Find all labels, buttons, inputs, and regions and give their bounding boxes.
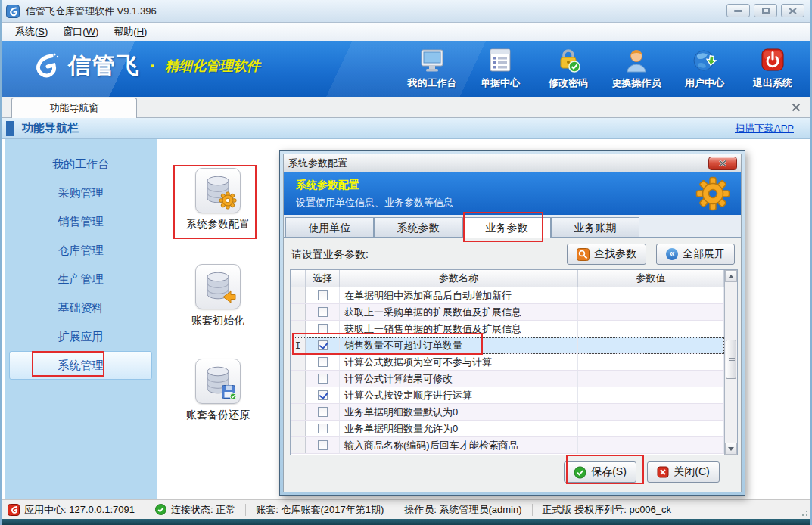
- table-row[interactable]: 获取上一采购单据的扩展数值及扩展信息: [291, 304, 724, 321]
- minimize-icon: [734, 10, 742, 12]
- row-checkbox[interactable]: [318, 324, 328, 334]
- toolbar-document-center[interactable]: 单据中心: [471, 47, 529, 90]
- table-row[interactable]: 输入商品名称(编码)后回车才能检索商品: [291, 437, 724, 454]
- nav-sidebar: 我的工作台 采购管理 销售管理 仓库管理 生产管理 基础资料 扩展应用 系统管理: [5, 139, 157, 501]
- row-gutter: [291, 287, 306, 303]
- tab-function-navigator[interactable]: 功能导航窗: [11, 98, 137, 118]
- menu-system[interactable]: 系统(S): [8, 23, 55, 40]
- module-column: 系统参数配置 账套初始化: [157, 139, 278, 501]
- toolbar-exit-system[interactable]: 退出系统: [744, 47, 801, 90]
- app-logo-red-icon: [8, 504, 20, 516]
- row-gutter: [291, 437, 306, 453]
- table-row[interactable]: 在单据明细中添加商品后自动增加新行: [291, 287, 724, 304]
- dialog-title-bar: 系统参数配置: [284, 154, 741, 172]
- row-checkbox[interactable]: [318, 307, 328, 317]
- module-system-params[interactable]: 系统参数配置: [157, 168, 278, 231]
- param-name: 输入商品名称(编码)后回车才能检索商品: [340, 437, 578, 453]
- param-value[interactable]: [578, 304, 724, 320]
- close-button[interactable]: [781, 4, 804, 17]
- scroll-up-arrow[interactable]: [725, 270, 737, 282]
- resize-grip[interactable]: [799, 508, 808, 517]
- tab-system-params[interactable]: 系统参数: [374, 217, 462, 238]
- sidebar-item-production[interactable]: 生产管理: [9, 265, 152, 294]
- table-row[interactable]: 计算公式计算结果可修改: [291, 371, 724, 387]
- toolbar-change-password[interactable]: 修改密码: [540, 47, 597, 90]
- sidebar-item-extensions[interactable]: 扩展应用: [9, 322, 152, 351]
- sidebar-item-warehouse[interactable]: 仓库管理: [9, 236, 152, 265]
- module-account-init[interactable]: 账套初始化: [157, 264, 278, 328]
- scroll-down-arrow[interactable]: [725, 443, 737, 455]
- menu-help[interactable]: 帮助(H): [106, 23, 154, 40]
- toolbar-my-workspace[interactable]: 我的工作台: [403, 47, 461, 90]
- param-value[interactable]: [578, 421, 724, 436]
- row-checkbox[interactable]: [318, 340, 328, 350]
- param-value[interactable]: [578, 287, 724, 303]
- minimize-button[interactable]: [726, 4, 750, 17]
- param-value[interactable]: [578, 387, 724, 403]
- table-row[interactable]: 业务单据明细数量允许为0: [291, 421, 724, 437]
- close-x-icon: [657, 466, 669, 478]
- system-params-dialog: 系统参数配置 系统参数配置 设置使用单位信息、业务参数等信息: [279, 150, 745, 496]
- table-row[interactable]: 计算公式数据项为空可不参与计算: [291, 354, 724, 371]
- row-checkbox[interactable]: [318, 440, 328, 450]
- globe-icon: [691, 47, 718, 74]
- brand-separator: ·: [150, 55, 156, 76]
- param-value[interactable]: [578, 404, 724, 420]
- dialog-title: 系统参数配置: [288, 157, 347, 170]
- param-value[interactable]: [578, 354, 724, 370]
- nav-title: 功能导航栏: [22, 121, 79, 135]
- save-button[interactable]: 保存(S): [564, 461, 636, 483]
- dialog-banner: 系统参数配置 设置使用单位信息、业务参数等信息: [284, 172, 741, 215]
- status-separator: [145, 504, 145, 516]
- toolbar-user-center[interactable]: 用户中心: [676, 47, 733, 90]
- row-checkbox[interactable]: [318, 390, 328, 400]
- sidebar-item-basic-data[interactable]: 基础资料: [9, 294, 152, 322]
- table-body: 在单据明细中添加商品后自动增加新行 获取上一采购单据的扩展数值及扩展信息: [291, 287, 724, 455]
- status-license: 正式版 授权序列号: pc006_ck: [543, 503, 672, 517]
- menu-window[interactable]: 窗口(W): [55, 23, 106, 40]
- row-checkbox[interactable]: [318, 407, 328, 417]
- param-value[interactable]: [578, 337, 724, 353]
- expand-all-button[interactable]: « 全部展开: [656, 244, 735, 265]
- app-window: 信管飞仓库管理软件 V9.1.396 系统(S) 窗口(W) 帮助(H) 信管飞…: [0, 0, 812, 525]
- tab-close-icon[interactable]: [791, 102, 801, 113]
- app-header: 信管飞 · 精细化管理软件 我的工作台: [2, 41, 810, 97]
- sidebar-item-sales[interactable]: 销售管理: [9, 207, 152, 236]
- dialog-close-button[interactable]: [708, 157, 737, 170]
- tab-business-period[interactable]: 业务账期: [551, 217, 639, 238]
- scroll-thumb[interactable]: [726, 340, 736, 379]
- row-checkbox[interactable]: [318, 424, 328, 433]
- maximize-button[interactable]: [754, 4, 777, 17]
- params-prompt: 请设置业务参数:: [291, 248, 369, 262]
- toolbar-switch-operator[interactable]: 更换操作员: [608, 47, 665, 90]
- status-app-center: 应用中心: 127.0.0.1:7091: [8, 503, 135, 517]
- close-dialog-button[interactable]: 关闭(C): [647, 461, 720, 483]
- dialog-banner-subtitle: 设置使用单位信息、业务参数等信息: [296, 196, 453, 210]
- table-row[interactable]: I 销售数量不可超过订单数量: [291, 337, 724, 354]
- brand-name: 信管飞: [68, 51, 141, 82]
- param-value[interactable]: [578, 437, 724, 453]
- arrow-overlay-icon: [220, 289, 237, 306]
- param-value[interactable]: [578, 371, 724, 387]
- tab-business-params[interactable]: 业务参数: [462, 217, 551, 238]
- header-select: 选择: [306, 270, 340, 287]
- sidebar-item-system-management[interactable]: 系统管理: [9, 351, 152, 380]
- table-row[interactable]: 获取上一销售单据的扩展数值及扩展信息: [291, 321, 724, 337]
- row-checkbox[interactable]: [318, 357, 328, 367]
- module-backup-restore[interactable]: 账套备份还原: [157, 359, 278, 422]
- sidebar-item-my-workspace[interactable]: 我的工作台: [9, 150, 152, 179]
- vertical-scrollbar[interactable]: [724, 270, 737, 455]
- row-gutter: [291, 304, 306, 320]
- window-bottom-edge: [2, 519, 810, 525]
- table-row[interactable]: 计算公式按设定顺序进行运算: [291, 387, 724, 404]
- row-checkbox[interactable]: [318, 374, 328, 384]
- row-checkbox[interactable]: [318, 290, 328, 300]
- sidebar-item-purchase[interactable]: 采购管理: [9, 179, 152, 207]
- tab-company-info[interactable]: 使用单位: [285, 217, 374, 238]
- table-row[interactable]: 业务单据明细数量默认为0: [291, 404, 724, 421]
- find-params-button[interactable]: 查找参数: [567, 244, 646, 265]
- params-table: 选择 参数名称 参数值 在单据明细中添加商品后自动增加新行: [290, 269, 738, 455]
- param-value[interactable]: [578, 321, 724, 337]
- header-gutter: [291, 270, 306, 287]
- scan-download-app-link[interactable]: 扫描下载APP: [735, 122, 794, 135]
